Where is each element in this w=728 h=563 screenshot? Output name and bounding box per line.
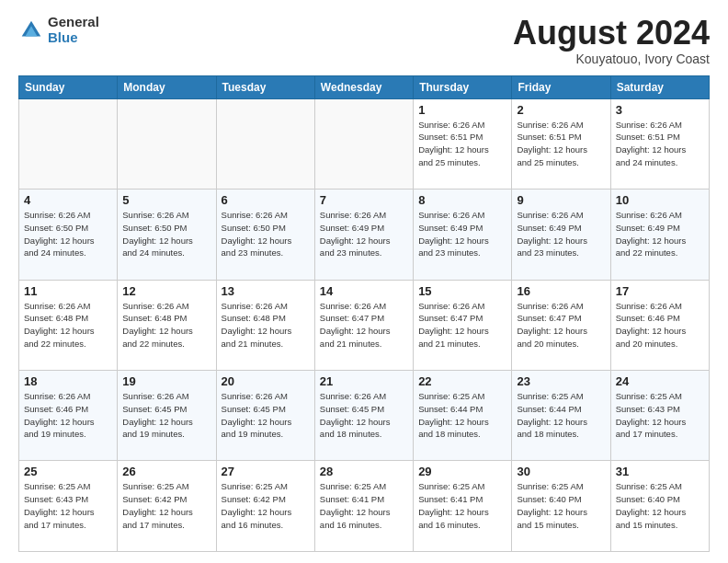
day-info: Sunrise: 6:26 AM Sunset: 6:49 PM Dayligh… <box>517 209 605 259</box>
calendar-cell: 6Sunrise: 6:26 AM Sunset: 6:50 PM Daylig… <box>216 190 314 280</box>
calendar-cell: 24Sunrise: 6:25 AM Sunset: 6:43 PM Dayli… <box>610 371 709 461</box>
calendar-cell: 7Sunrise: 6:26 AM Sunset: 6:49 PM Daylig… <box>314 190 413 280</box>
day-info: Sunrise: 6:26 AM Sunset: 6:46 PM Dayligh… <box>24 390 112 441</box>
calendar-cell: 1Sunrise: 6:26 AM Sunset: 6:51 PM Daylig… <box>414 98 512 189</box>
col-thursday: Thursday <box>414 75 512 98</box>
calendar-week-4: 18Sunrise: 6:26 AM Sunset: 6:46 PM Dayli… <box>19 371 710 461</box>
day-info: Sunrise: 6:26 AM Sunset: 6:51 PM Dayligh… <box>616 119 704 169</box>
header-row: Sunday Monday Tuesday Wednesday Thursday… <box>19 75 710 98</box>
calendar-header: Sunday Monday Tuesday Wednesday Thursday… <box>19 75 710 98</box>
calendar-week-3: 11Sunrise: 6:26 AM Sunset: 6:48 PM Dayli… <box>19 280 710 370</box>
col-sunday: Sunday <box>19 75 118 98</box>
day-number: 13 <box>222 284 310 298</box>
day-info: Sunrise: 6:26 AM Sunset: 6:47 PM Dayligh… <box>320 300 408 350</box>
calendar-cell: 23Sunrise: 6:25 AM Sunset: 6:44 PM Dayli… <box>512 371 610 461</box>
day-number: 29 <box>418 465 506 478</box>
day-number: 6 <box>222 193 310 207</box>
calendar-cell: 11Sunrise: 6:26 AM Sunset: 6:48 PM Dayli… <box>19 280 118 370</box>
col-friday: Friday <box>512 75 610 98</box>
logo-general: General <box>48 15 99 30</box>
day-info: Sunrise: 6:25 AM Sunset: 6:41 PM Dayligh… <box>418 480 506 531</box>
day-number: 8 <box>418 193 506 207</box>
day-info: Sunrise: 6:25 AM Sunset: 6:44 PM Dayligh… <box>517 390 605 441</box>
day-info: Sunrise: 6:25 AM Sunset: 6:40 PM Dayligh… <box>517 480 605 531</box>
day-info: Sunrise: 6:26 AM Sunset: 6:49 PM Dayligh… <box>418 209 506 259</box>
day-number: 11 <box>24 284 112 298</box>
calendar-cell: 25Sunrise: 6:25 AM Sunset: 6:43 PM Dayli… <box>19 461 118 552</box>
day-number: 9 <box>517 193 605 207</box>
day-info: Sunrise: 6:26 AM Sunset: 6:45 PM Dayligh… <box>320 390 408 441</box>
day-number: 10 <box>616 193 704 207</box>
day-number: 20 <box>222 374 310 388</box>
calendar-cell: 17Sunrise: 6:26 AM Sunset: 6:46 PM Dayli… <box>610 280 709 370</box>
day-info: Sunrise: 6:26 AM Sunset: 6:48 PM Dayligh… <box>24 300 112 350</box>
calendar-cell: 14Sunrise: 6:26 AM Sunset: 6:47 PM Dayli… <box>314 280 413 370</box>
day-number: 7 <box>320 193 408 207</box>
day-number: 22 <box>418 374 506 388</box>
calendar-cell: 18Sunrise: 6:26 AM Sunset: 6:46 PM Dayli… <box>19 371 118 461</box>
day-info: Sunrise: 6:26 AM Sunset: 6:46 PM Dayligh… <box>616 300 704 350</box>
calendar-cell: 5Sunrise: 6:26 AM Sunset: 6:50 PM Daylig… <box>118 190 216 280</box>
day-number: 5 <box>122 193 210 207</box>
calendar-cell: 26Sunrise: 6:25 AM Sunset: 6:42 PM Dayli… <box>118 461 216 552</box>
col-wednesday: Wednesday <box>314 75 413 98</box>
calendar-cell <box>118 98 216 189</box>
calendar-cell <box>216 98 314 189</box>
calendar-week-2: 4Sunrise: 6:26 AM Sunset: 6:50 PM Daylig… <box>19 190 710 280</box>
calendar-cell: 30Sunrise: 6:25 AM Sunset: 6:40 PM Dayli… <box>512 461 610 552</box>
calendar-week-1: 1Sunrise: 6:26 AM Sunset: 6:51 PM Daylig… <box>19 98 710 189</box>
day-info: Sunrise: 6:26 AM Sunset: 6:47 PM Dayligh… <box>517 300 605 350</box>
calendar-cell: 20Sunrise: 6:26 AM Sunset: 6:45 PM Dayli… <box>216 371 314 461</box>
day-number: 27 <box>222 465 310 478</box>
day-info: Sunrise: 6:26 AM Sunset: 6:48 PM Dayligh… <box>222 300 310 350</box>
day-number: 24 <box>616 374 704 388</box>
logo-icon <box>18 17 44 43</box>
day-info: Sunrise: 6:25 AM Sunset: 6:43 PM Dayligh… <box>616 390 704 441</box>
calendar-cell <box>314 98 413 189</box>
day-number: 28 <box>320 465 408 478</box>
day-info: Sunrise: 6:25 AM Sunset: 6:40 PM Dayligh… <box>616 480 704 531</box>
day-number: 15 <box>418 284 506 298</box>
day-number: 2 <box>517 103 605 117</box>
calendar-cell: 29Sunrise: 6:25 AM Sunset: 6:41 PM Dayli… <box>414 461 512 552</box>
day-info: Sunrise: 6:25 AM Sunset: 6:43 PM Dayligh… <box>24 480 112 531</box>
calendar-body: 1Sunrise: 6:26 AM Sunset: 6:51 PM Daylig… <box>19 98 710 551</box>
day-info: Sunrise: 6:26 AM Sunset: 6:45 PM Dayligh… <box>222 390 310 441</box>
calendar-cell: 22Sunrise: 6:25 AM Sunset: 6:44 PM Dayli… <box>414 371 512 461</box>
day-number: 14 <box>320 284 408 298</box>
calendar-cell: 15Sunrise: 6:26 AM Sunset: 6:47 PM Dayli… <box>414 280 512 370</box>
day-number: 21 <box>320 374 408 388</box>
day-info: Sunrise: 6:25 AM Sunset: 6:42 PM Dayligh… <box>122 480 210 531</box>
day-number: 1 <box>418 103 506 117</box>
calendar-cell: 13Sunrise: 6:26 AM Sunset: 6:48 PM Dayli… <box>216 280 314 370</box>
calendar-cell: 28Sunrise: 6:25 AM Sunset: 6:41 PM Dayli… <box>314 461 413 552</box>
calendar-cell: 31Sunrise: 6:25 AM Sunset: 6:40 PM Dayli… <box>610 461 709 552</box>
day-info: Sunrise: 6:26 AM Sunset: 6:47 PM Dayligh… <box>418 300 506 350</box>
day-info: Sunrise: 6:26 AM Sunset: 6:45 PM Dayligh… <box>122 390 210 441</box>
calendar-cell: 2Sunrise: 6:26 AM Sunset: 6:51 PM Daylig… <box>512 98 610 189</box>
col-monday: Monday <box>118 75 216 98</box>
day-number: 12 <box>122 284 210 298</box>
col-tuesday: Tuesday <box>216 75 314 98</box>
title-block: August 2024 Kouyatouo, Ivory Coast <box>513 15 710 66</box>
calendar-cell: 12Sunrise: 6:26 AM Sunset: 6:48 PM Dayli… <box>118 280 216 370</box>
day-info: Sunrise: 6:26 AM Sunset: 6:50 PM Dayligh… <box>122 209 210 259</box>
logo-blue: Blue <box>48 30 99 46</box>
calendar-week-5: 25Sunrise: 6:25 AM Sunset: 6:43 PM Dayli… <box>19 461 710 552</box>
day-number: 18 <box>24 374 112 388</box>
day-info: Sunrise: 6:26 AM Sunset: 6:50 PM Dayligh… <box>222 209 310 259</box>
calendar-cell: 10Sunrise: 6:26 AM Sunset: 6:49 PM Dayli… <box>610 190 709 280</box>
calendar-cell: 19Sunrise: 6:26 AM Sunset: 6:45 PM Dayli… <box>118 371 216 461</box>
day-number: 26 <box>122 465 210 478</box>
calendar-cell: 3Sunrise: 6:26 AM Sunset: 6:51 PM Daylig… <box>610 98 709 189</box>
calendar-cell: 16Sunrise: 6:26 AM Sunset: 6:47 PM Dayli… <box>512 280 610 370</box>
day-number: 16 <box>517 284 605 298</box>
logo: General Blue <box>18 15 99 45</box>
day-info: Sunrise: 6:26 AM Sunset: 6:51 PM Dayligh… <box>418 119 506 169</box>
calendar-cell: 21Sunrise: 6:26 AM Sunset: 6:45 PM Dayli… <box>314 371 413 461</box>
day-number: 25 <box>24 465 112 478</box>
calendar-cell: 27Sunrise: 6:25 AM Sunset: 6:42 PM Dayli… <box>216 461 314 552</box>
calendar-cell <box>19 98 118 189</box>
calendar-cell: 4Sunrise: 6:26 AM Sunset: 6:50 PM Daylig… <box>19 190 118 280</box>
day-number: 30 <box>517 465 605 478</box>
